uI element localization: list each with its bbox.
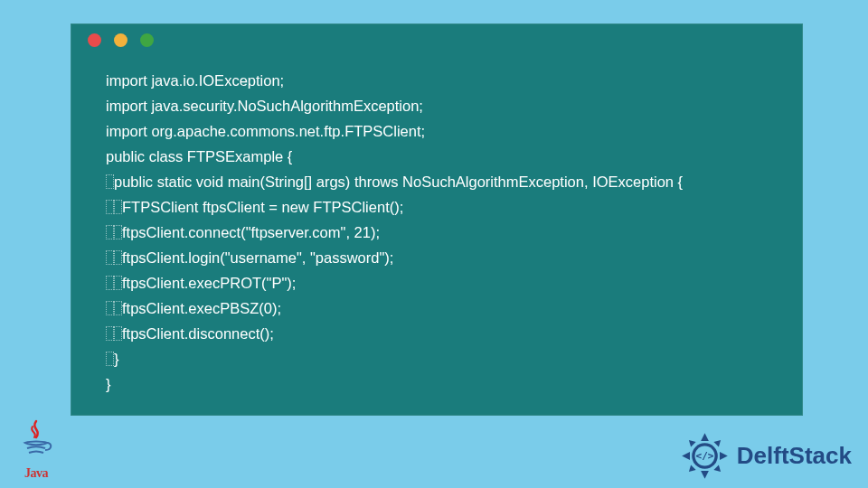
code-text: ftpsClient.execPBSZ(0); [122,300,281,316]
code-text: } [114,351,119,367]
svg-marker-0 [701,433,709,441]
code-window: import java.io.IOException;import java.s… [71,23,803,416]
brand-logo-icon: </> [680,431,730,481]
indent-box-icon [106,200,114,214]
indent-box-icon [114,250,122,265]
code-line: import java.io.IOException; [106,68,768,93]
code-text: ftpsClient.login("username", "password")… [122,249,393,266]
svg-marker-2 [682,452,690,460]
code-line: import java.security.NoSuchAlgorithmExce… [106,93,768,118]
code-line: ftpsClient.execPBSZ(0); [106,296,768,321]
code-text: ftpsClient.disconnect(); [122,325,274,342]
code-text: public static void main(String[] args) t… [114,174,683,190]
brand-name: DelftStack [737,442,852,470]
code-line: } [106,346,768,371]
code-line: public static void main(String[] args) t… [106,169,768,194]
svg-marker-5 [713,440,721,447]
indent-box-icon [114,200,122,214]
code-line: public class FTPSExample { [106,144,768,169]
svg-marker-6 [689,465,696,472]
indent-box-icon [114,326,122,341]
code-text: public class FTPSExample { [106,148,292,164]
svg-marker-1 [701,471,709,479]
indent-box-icon [106,276,114,290]
code-text: FTPSClient ftpsClient = new FTPSClient()… [122,199,403,215]
code-text: import org.apache.commons.net.ftp.FTPSCl… [106,123,425,139]
indent-box-icon [106,326,114,341]
indent-box-icon [106,174,114,189]
code-line: ftpsClient.execPROT("P"); [106,270,768,296]
code-text: import java.io.IOException; [106,72,284,89]
indent-box-icon [106,301,114,315]
svg-marker-4 [689,440,696,447]
code-body: import java.io.IOException;import java.s… [71,55,802,415]
indent-box-icon [106,250,114,265]
code-line: } [106,371,768,397]
code-line: import org.apache.commons.net.ftp.FTPSCl… [106,118,768,144]
indent-box-icon [114,301,122,315]
code-line: FTPSClient ftpsClient = new FTPSClient()… [106,194,768,220]
svg-marker-7 [713,465,721,472]
code-line: ftpsClient.connect("ftpserver.com", 21); [106,220,768,245]
close-icon [88,33,101,47]
java-logo-label: Java [18,466,54,481]
window-title-bar [71,24,802,55]
indent-box-icon [114,276,122,290]
code-line: ftpsClient.disconnect(); [106,321,768,346]
code-line: ftpsClient.login("username", "password")… [106,245,768,270]
maximize-icon [140,33,154,47]
minimize-icon [114,33,127,47]
code-text: ftpsClient.execPROT("P"); [122,275,296,291]
svg-text:</>: </> [695,450,713,462]
indent-box-icon [106,352,114,366]
brand: </> DelftStack [680,431,852,481]
svg-marker-3 [720,452,728,460]
code-text: ftpsClient.connect("ftpserver.com", 21); [122,224,380,240]
indent-box-icon [114,225,122,239]
code-text: import java.security.NoSuchAlgorithmExce… [106,98,423,114]
indent-box-icon [106,225,114,239]
java-logo: Java [18,419,54,481]
code-text: } [106,376,111,392]
